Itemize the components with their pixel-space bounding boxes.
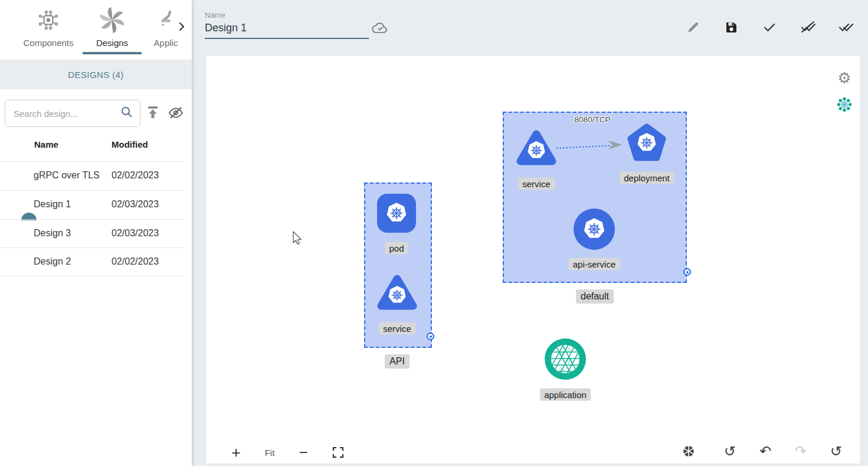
- search-icon[interactable]: [120, 105, 134, 122]
- settings-icon[interactable]: ⚙: [836, 69, 853, 87]
- node-service-api[interactable]: [376, 273, 418, 311]
- tab-components-label: Components: [17, 38, 80, 48]
- node-service-default[interactable]: [516, 129, 557, 167]
- chevron-right-icon[interactable]: [178, 21, 185, 34]
- fit-button[interactable]: Fit: [265, 448, 275, 458]
- designs-icon: [85, 5, 139, 35]
- kubernetes-logo: [582, 216, 607, 241]
- tab-designs[interactable]: Designs: [85, 5, 139, 48]
- table-row[interactable]: Design 3 02/03/2023: [0, 220, 192, 248]
- reload-icon[interactable]: ↺: [830, 444, 842, 458]
- node-label: service: [518, 178, 555, 190]
- edge-label: 8080/TCP: [575, 115, 611, 124]
- cursor-pointer: [289, 230, 304, 247]
- node-pod[interactable]: [377, 194, 416, 233]
- save-icon[interactable]: [722, 18, 741, 37]
- sidebar: Components Designs: [0, 0, 192, 466]
- sidebar-tabs: Components Designs: [0, 0, 192, 60]
- table-header: Name Modified: [0, 139, 192, 161]
- node-deployment[interactable]: [626, 122, 667, 164]
- row-modified: 02/02/2023: [112, 170, 159, 181]
- tab-components[interactable]: Components: [17, 5, 80, 48]
- row-name: Design 2: [34, 256, 71, 267]
- search-input[interactable]: [12, 108, 120, 119]
- tab-applications-label: Applic: [146, 38, 185, 48]
- active-tab-underline: [83, 52, 142, 54]
- row-modified: 02/03/2023: [112, 228, 159, 239]
- design-name-field: Name: [205, 11, 369, 39]
- zoom-in-button[interactable]: +: [231, 445, 240, 460]
- redo-icon[interactable]: ↷: [795, 444, 807, 458]
- cloud-done-icon: [371, 21, 389, 38]
- node-application[interactable]: [544, 338, 587, 380]
- kubernetes-logo: [526, 139, 547, 161]
- tab-designs-label: Designs: [85, 38, 139, 48]
- group-handle-icon[interactable]: [427, 333, 434, 340]
- fullscreen-icon[interactable]: [332, 447, 344, 458]
- group-label: API: [385, 354, 410, 369]
- table-row[interactable]: gRPC over TLS 02/02/2023: [0, 162, 192, 190]
- col-modified: Modified: [112, 139, 148, 149]
- reset-view-icon[interactable]: ↺: [724, 444, 736, 458]
- zoom-out-button[interactable]: −: [299, 445, 307, 460]
- upload-icon[interactable]: [146, 105, 160, 123]
- kubernetes-logo: [386, 284, 408, 305]
- node-label: deployment: [620, 172, 674, 184]
- node-label: service: [379, 322, 415, 335]
- col-name: Name: [34, 139, 58, 149]
- kubernetes-logo: [385, 201, 408, 224]
- row-modified: 02/03/2023: [112, 199, 159, 210]
- node-label: api-service: [569, 258, 620, 271]
- node-api-service[interactable]: [574, 208, 615, 250]
- screenshot-icon[interactable]: [682, 444, 696, 458]
- section-title: DESIGNS (4): [0, 60, 192, 89]
- design-canvas[interactable]: ⚙ pod se: [205, 55, 861, 464]
- kubernetes-filter-icon[interactable]: [836, 96, 853, 113]
- undo-icon[interactable]: ↶: [759, 444, 771, 458]
- node-label: application: [540, 389, 591, 401]
- group-handle-icon[interactable]: [683, 268, 691, 276]
- row-name: Design 1: [34, 199, 71, 210]
- node-label: pod: [385, 242, 408, 255]
- validate-icon[interactable]: [760, 18, 779, 37]
- name-field-label: Name: [205, 11, 369, 19]
- row-name: gRPC over TLS: [34, 170, 100, 181]
- kubernetes-logo: [636, 131, 658, 154]
- edge-service-deployment[interactable]: [546, 138, 632, 156]
- design-search: [5, 100, 140, 127]
- undeploy-icon[interactable]: [798, 18, 817, 37]
- deploy-icon[interactable]: [837, 18, 856, 37]
- meshery-logo: [544, 338, 587, 380]
- components-icon: [17, 5, 80, 35]
- visibility-off-icon[interactable]: [168, 105, 184, 123]
- table-row[interactable]: Design 2 02/02/2023: [0, 248, 192, 276]
- group-label: default: [576, 289, 614, 304]
- row-name: Design 3: [34, 228, 71, 239]
- edit-icon[interactable]: [684, 18, 703, 37]
- row-modified: 02/02/2023: [112, 256, 159, 267]
- main-area: Name: [192, 0, 868, 466]
- design-name-input[interactable]: [205, 19, 369, 39]
- divider: [0, 276, 185, 276]
